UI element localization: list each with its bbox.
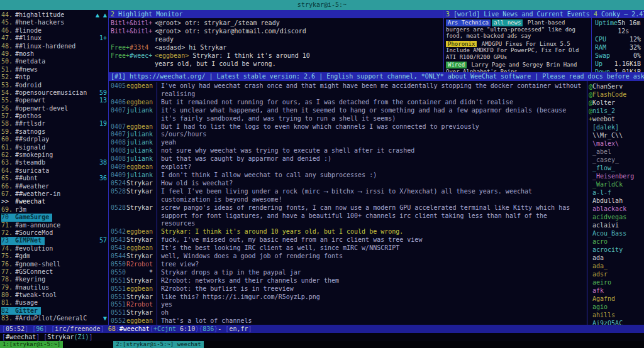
- buflist-item[interactable]: 74.#evolution: [1, 245, 107, 253]
- buffer-number: 74.: [1, 245, 15, 253]
- buflist-item[interactable]: 49.#mosh: [1, 50, 107, 58]
- nicklist-item[interactable]: Acou_Bass: [589, 229, 644, 237]
- nicklist-item[interactable]: \\Mr_C\\: [589, 131, 644, 139]
- buflist-item[interactable]: 63.#steamdb38: [1, 159, 107, 166]
- nicklist-item[interactable]: ada_: [589, 262, 644, 270]
- chat-and-nicklist: 0405eggbeanI've only had weechat crash o…: [109, 81, 644, 325]
- buflist-item[interactable]: 56.#openwrt-devel: [1, 105, 107, 112]
- buflist-item[interactable]: 61.#signald: [1, 144, 107, 151]
- news-item: Phoronix AMDGPU Fixes For Linux 5.5 Incl…: [446, 41, 589, 61]
- buflist-item[interactable]: 81.#usage: [1, 299, 107, 307]
- message-line: <@root> otr: strykar@hotmail.com/discord: [155, 27, 441, 35]
- nicklist-item[interactable]: aclaivi: [589, 221, 644, 229]
- message-line: <asdasd> hi Strykar: [155, 43, 441, 52]
- nicklist-item[interactable]: acidvegas: [589, 213, 644, 221]
- nicklist-item[interactable]: acro: [589, 237, 644, 246]
- buflist-item[interactable]: 58.##rtlsdr19: [1, 120, 107, 128]
- highlight-message: <@root> otr: strykar@hotmail.com/discord…: [155, 27, 441, 43]
- buflist-item[interactable]: 62.#smokeping: [1, 151, 107, 159]
- buflist-item[interactable]: 83.#ArduPilot/GeneralC▼: [1, 315, 107, 322]
- buflist-item[interactable]: 46.#linode: [1, 27, 107, 35]
- buflist-item[interactable]: 66.##weather: [1, 183, 107, 190]
- buflist-item[interactable]: 57.#pothos: [1, 112, 107, 120]
- buffer-number: 82: [1, 307, 15, 315]
- buflist-item[interactable]: 67.##weather-in: [1, 190, 107, 198]
- nicklist-item[interactable]: afk: [589, 286, 644, 295]
- buflist-item[interactable]: 52.#ntp: [1, 73, 107, 81]
- nicklist-item[interactable]: Abdullah: [589, 197, 644, 205]
- nicklist-item[interactable]: acrocity: [589, 246, 644, 254]
- buflist-item[interactable]: 44.#highaltitude▲ ▲: [1, 11, 107, 19]
- nicklist-item[interactable]: @Kolter: [589, 99, 644, 107]
- nick-name: acidvegas: [592, 214, 626, 220]
- buflist-item[interactable]: 77.#GSConnect: [1, 268, 107, 276]
- buflist-item[interactable]: 55.#openwrt13: [1, 97, 107, 104]
- buflist-item[interactable]: 73GIMPNet57: [1, 237, 107, 244]
- buflist-item[interactable]: 60.##sdrplay: [1, 136, 107, 143]
- buflist-item[interactable]: 50.#netdata: [1, 58, 107, 65]
- tmux-window-tab[interactable]: 1:[strykar@i-5:~]: [0, 341, 63, 348]
- nicklist-item[interactable]: aeiro: [589, 278, 644, 286]
- nicklist-item[interactable]: _WarldCk: [589, 180, 644, 188]
- message-time: 0551: [111, 293, 126, 302]
- inputbar-segment: ]: [36, 334, 43, 340]
- buflist-item[interactable]: 48.##linux-hardened: [1, 43, 107, 50]
- nicklist-item[interactable]: Ai9zO5AC: [589, 319, 644, 325]
- buflist-item[interactable]: 69.r3m: [1, 206, 107, 214]
- nicklist-item[interactable]: adsr: [589, 270, 644, 278]
- chat-message: 0542eggbeanStrykar: I think it's around …: [111, 228, 582, 236]
- nicklist-item[interactable]: _casey_: [589, 156, 644, 164]
- buflist-item[interactable]: 79.#nautilus: [1, 284, 107, 291]
- buffer-number: 72.: [1, 229, 15, 237]
- chat-message: 0551R2robotyes: [111, 301, 582, 309]
- buflist-item[interactable]: 78.#keyring: [1, 276, 107, 283]
- nicklist-item[interactable]: a-l-f: [589, 188, 644, 197]
- conky-header: 4 Conky — 2.47: [592, 10, 644, 18]
- nicklist-item[interactable]: [dalek]: [589, 123, 644, 131]
- nicklist-item[interactable]: +weebot: [589, 115, 644, 123]
- message-text: otr: strykar@hotmail.com/discord: [185, 28, 306, 35]
- nicklist-item[interactable]: @ChanServ: [589, 82, 644, 90]
- buflist-item[interactable]: 72.#SourceMod: [1, 229, 107, 237]
- buflist-item[interactable]: 54.#opensourcemusician59: [1, 89, 107, 97]
- nicklist-item[interactable]: _flow_: [589, 164, 644, 172]
- buflist-item[interactable]: 80.#tweak-tool: [1, 291, 107, 299]
- input-bar[interactable]: [#weechat] [Strykar(Zi)]: [0, 333, 644, 341]
- message-nick: eggbean: [126, 285, 157, 293]
- nicklist-item[interactable]: agio: [589, 303, 644, 311]
- statusbar-segment: 96: [36, 325, 43, 332]
- message-nick: juliank: [126, 147, 157, 155]
- buflist-item[interactable]: 76.#gnome-shell: [1, 261, 107, 268]
- buflist-item[interactable]: 75.#gdm: [1, 253, 107, 260]
- buflist-item[interactable]: 47.##linux1+: [1, 35, 107, 42]
- nicklist-item[interactable]: ada: [589, 254, 644, 262]
- nicklist-item[interactable]: @FlashCode: [589, 90, 644, 99]
- main-column: 2 Highlight Monitor Bitl+&bitl+<@root> o…: [109, 10, 644, 325]
- buflist-item[interactable]: 64.#suricata: [1, 167, 107, 175]
- nicklist-item[interactable]: Agafnd: [589, 295, 644, 303]
- nicklist-item[interactable]: ahills: [589, 311, 644, 319]
- nicklist-item[interactable]: \malex\: [589, 139, 644, 148]
- message-nick: juliank: [126, 171, 157, 180]
- buflist-item[interactable]: 70GameSurge: [1, 214, 107, 221]
- buffer-list: 44.#highaltitude▲ ▲45.#hnet-hackers46.#l…: [0, 10, 109, 325]
- buflist-item[interactable]: 71.#am-announce: [1, 222, 107, 229]
- buffer-name: Gitter: [15, 307, 38, 315]
- message-text: it's unclear what happened, and then it …: [157, 107, 582, 123]
- nick-name: _Heisenberg: [592, 173, 634, 180]
- buflist-item[interactable]: >>#weechat: [1, 198, 107, 205]
- chat-message: 0528StrykarI feel I've been living under…: [111, 188, 582, 204]
- tmux-window-tab[interactable]: 2:[strykar@i-5:~] weechat: [113, 341, 203, 348]
- buflist-item[interactable]: 65.##ubnt36: [1, 175, 107, 182]
- message-nick: R2robot: [126, 261, 157, 269]
- nicklist-item[interactable]: @nils_2: [589, 107, 644, 115]
- buflist-item[interactable]: 82Gitter: [1, 307, 107, 315]
- nicklist-item[interactable]: _Heisenberg: [589, 172, 644, 180]
- nicklist-item[interactable]: ablackack: [589, 205, 644, 213]
- nicklist-item[interactable]: _abel: [589, 148, 644, 156]
- buflist-item[interactable]: 45.#hnet-hackers: [1, 19, 107, 26]
- buffer-number: 80.: [1, 291, 15, 299]
- buflist-item[interactable]: 53.#odroid: [1, 82, 107, 89]
- buflist-item[interactable]: 51.##news: [1, 66, 107, 73]
- buflist-item[interactable]: 59.#satnogs: [1, 128, 107, 136]
